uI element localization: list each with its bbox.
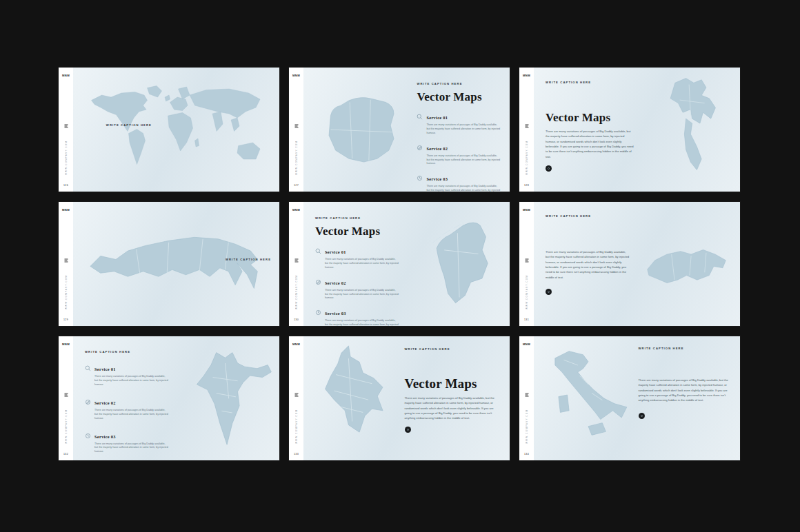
- slide-switzerland[interactable]: MNM WWW.COMPANY.COM 131 WRITE CAPTION HE…: [519, 202, 740, 326]
- service-item: Service 02 There are many variations of …: [85, 395, 169, 421]
- page-number: 127: [289, 184, 303, 187]
- service-item: Service 03 There are many variations of …: [315, 305, 399, 326]
- menu-mark-icon: [64, 258, 68, 263]
- map-colombia: [303, 336, 401, 460]
- service-label: Service 01: [94, 367, 116, 371]
- body-paragraph: There are many variations of passages of…: [405, 396, 500, 421]
- brand-logo: MNM: [519, 74, 534, 77]
- clock-icon: [315, 306, 321, 312]
- slide-sidebar: MNM WWW.COMPANY.COM 134: [519, 336, 534, 460]
- menu-mark-icon: [525, 392, 528, 397]
- brand-logo: MNM: [289, 74, 303, 77]
- map-india: [182, 336, 279, 460]
- brand-logo: MNM: [59, 342, 73, 346]
- website-vertical-text: WWW.COMPANY.COM: [65, 409, 68, 444]
- slide-grid: MNM WWW.COMPANY.COM 126: [59, 68, 740, 460]
- service-label: Service 03: [325, 311, 346, 316]
- page-number: 129: [59, 318, 73, 321]
- service-body: There are many variations of passages of…: [426, 123, 501, 136]
- map-russia: [83, 221, 271, 309]
- slide-title: Vector Maps: [315, 225, 380, 238]
- slide-sidebar: MNM WWW.COMPANY.COM 131: [519, 202, 534, 326]
- brand-logo: MNM: [289, 342, 303, 346]
- website-vertical-text: WWW.COMPANY.COM: [295, 275, 298, 309]
- caption-text: WRITE CAPTION HERE: [405, 347, 450, 351]
- page-number: 132: [59, 453, 73, 456]
- menu-mark-icon: [64, 392, 68, 397]
- caption-text: WRITE CAPTION HERE: [226, 258, 271, 261]
- globe-icon: [417, 141, 423, 147]
- brand-logo: MNM: [289, 208, 303, 212]
- slide-world[interactable]: MNM WWW.COMPANY.COM 126: [59, 68, 279, 192]
- slide-thailand[interactable]: MNM WWW.COMPANY.COM 128 WRITE CAPTION HE…: [519, 68, 740, 192]
- service-item: Service 03 There are many variations of …: [417, 171, 501, 192]
- slide-sidebar: MNM WWW.COMPANY.COM 133: [289, 336, 303, 460]
- service-body: There are many variations of passages of…: [94, 375, 169, 387]
- slide-russia[interactable]: MNM WWW.COMPANY.COM 129 WRITE CAPTION HE…: [59, 202, 279, 326]
- dot-button[interactable]: [405, 427, 411, 433]
- slide-india[interactable]: MNM WWW.COMPANY.COM 132 WRITE CAPTION HE…: [59, 336, 279, 460]
- website-vertical-text: WWW.COMPANY.COM: [526, 141, 528, 175]
- map-italy: [534, 336, 637, 460]
- service-item: Service 01 There are many variations of …: [315, 244, 399, 270]
- caption-text: WRITE CAPTION HERE: [315, 216, 361, 220]
- clock-icon: [417, 172, 423, 178]
- caption-text: WRITE CAPTION HERE: [546, 214, 591, 218]
- caption-text: WRITE CAPTION HERE: [106, 123, 152, 127]
- page-number: 130: [289, 318, 303, 321]
- website-vertical-text: WWW.COMPANY.COM: [526, 409, 528, 444]
- service-body: There are many variations of passages of…: [325, 258, 399, 270]
- slide-sidebar: MNM WWW.COMPANY.COM 132: [59, 336, 73, 460]
- service-item: Service 03 There are many variations of …: [85, 429, 169, 455]
- service-label: Service 01: [426, 115, 448, 120]
- globe-icon: [85, 396, 91, 402]
- dot-button[interactable]: [639, 413, 645, 419]
- slide-sidebar: MNM WWW.COMPANY.COM 128: [519, 68, 534, 192]
- service-item: Service 01 There are many variations of …: [85, 361, 169, 387]
- page-number: 131: [519, 318, 534, 321]
- website-vertical-text: WWW.COMPANY.COM: [295, 141, 298, 175]
- page-number: 133: [289, 453, 303, 456]
- dot-button[interactable]: [546, 289, 552, 295]
- caption-text: WRITE CAPTION HERE: [546, 81, 591, 84]
- slide-italy[interactable]: MNM WWW.COMPANY.COM 134 WRITE CAPTION HE…: [519, 336, 740, 460]
- body-paragraph: There are many variations of passages of…: [546, 249, 630, 280]
- slide-poland[interactable]: MNM WWW.COMPANY.COM 127 WRITE CAPTION HE…: [289, 68, 510, 192]
- website-vertical-text: WWW.COMPANY.COM: [65, 141, 68, 175]
- page-number: 126: [59, 184, 73, 187]
- service-body: There are many variations of passages of…: [325, 319, 399, 326]
- website-vertical-text: WWW.COMPANY.COM: [526, 275, 528, 309]
- website-vertical-text: WWW.COMPANY.COM: [295, 409, 298, 444]
- slide-title: Vector Maps: [417, 91, 481, 103]
- dot-button[interactable]: [546, 165, 552, 172]
- slide-sidebar: MNM WWW.COMPANY.COM 129: [59, 202, 73, 326]
- website-vertical-text: WWW.COMPANY.COM: [65, 275, 68, 309]
- map-netherlands: [407, 202, 510, 326]
- service-item: Service 01 There are many variations of …: [417, 110, 501, 136]
- brand-logo: MNM: [59, 74, 73, 77]
- magnifier-icon: [315, 245, 321, 251]
- slide-netherlands[interactable]: MNM WWW.COMPANY.COM 130 WRITE CAPTION HE…: [289, 202, 510, 326]
- body-paragraph: There are many variations of passages of…: [639, 378, 732, 403]
- service-label: Service 02: [426, 146, 448, 151]
- caption-text: WRITE CAPTION HERE: [639, 347, 684, 350]
- service-body: There are many variations of passages of…: [426, 185, 501, 192]
- service-label: Service 02: [94, 400, 116, 405]
- service-body: There are many variations of passages of…: [94, 409, 169, 421]
- slide-colombia[interactable]: MNM WWW.COMPANY.COM 133 WRITE CAPTION HE…: [289, 336, 510, 460]
- brand-logo: MNM: [519, 208, 534, 212]
- menu-mark-icon: [64, 123, 68, 128]
- caption-text: WRITE CAPTION HERE: [417, 82, 462, 85]
- service-body: There are many variations of passages of…: [94, 442, 169, 455]
- magnifier-icon: [85, 362, 91, 368]
- service-label: Service 03: [426, 176, 448, 181]
- slide-sidebar: MNM WWW.COMPANY.COM 127: [289, 68, 303, 192]
- map-poland: [303, 68, 417, 192]
- slide-title: Vector Maps: [405, 377, 477, 391]
- service-label: Service 02: [325, 280, 346, 285]
- menu-mark-icon: [294, 123, 298, 128]
- service-body: There are many variations of passages of…: [426, 154, 501, 167]
- preview-canvas: MNM WWW.COMPANY.COM 126: [0, 0, 800, 532]
- menu-mark-icon: [525, 123, 528, 128]
- map-switzerland: [633, 202, 740, 326]
